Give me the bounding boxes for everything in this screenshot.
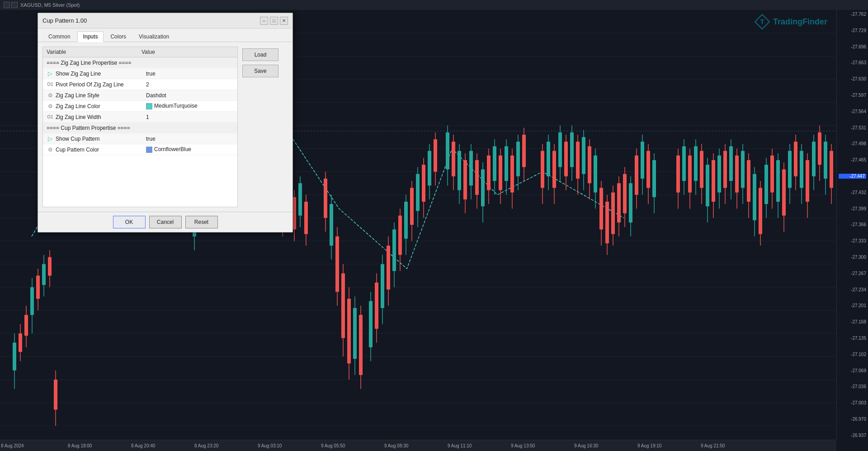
row-value: 1 <box>146 114 234 120</box>
table-row: ==== Zig Zag Line Propertise ==== <box>43 57 237 68</box>
table-row[interactable]: ⚙ Zig Zag Line Color MediumTurquoise <box>43 101 237 112</box>
tab-inputs[interactable]: Inputs <box>77 31 104 42</box>
table-row[interactable]: O1 Pivot Period Of Zig Zag Line 2 <box>43 79 237 90</box>
row-variable: Pivot Period Of Zig Zag Line <box>56 81 146 88</box>
dialog-title-text: Cup Pattern 1.00 <box>42 17 87 24</box>
col-header-value: Value <box>142 49 234 55</box>
row-value: Dashdot <box>146 92 234 99</box>
modal-overlay: Cup Pattern 1.00 – □ ✕ Common Inputs Col… <box>0 0 868 451</box>
pivot-icon: O1 <box>47 81 54 88</box>
row-value: true <box>146 71 234 77</box>
close-button[interactable]: ✕ <box>280 17 288 25</box>
settings-icon: ⚙ <box>47 92 54 99</box>
minimize-button[interactable]: – <box>260 17 268 25</box>
tab-visualization[interactable]: Visualization <box>133 31 175 42</box>
table-body: ==== Zig Zag Line Propertise ==== ▷ Show… <box>43 57 237 205</box>
row-variable: Cup Pattern Color <box>56 147 146 153</box>
table-row[interactable]: ▷ Show Cup Pattern true <box>43 133 237 144</box>
settings-icon: ⚙ <box>47 146 54 153</box>
row-variable: Zig Zag Line Width <box>56 114 146 120</box>
color-swatch-turquoise <box>146 103 152 109</box>
arrow-icon: ▷ <box>47 135 54 142</box>
reset-button[interactable]: Reset <box>185 216 218 228</box>
dialog-titlebar: Cup Pattern 1.00 – □ ✕ <box>38 13 292 28</box>
row-variable: Zig Zag Line Style <box>56 92 146 99</box>
row-variable: Show Cup Pattern <box>56 136 146 142</box>
ok-button[interactable]: OK <box>113 216 146 228</box>
table-header: Variable Value <box>43 47 237 57</box>
arrow-icon: ▷ <box>47 70 54 77</box>
row-variable: Show Zig Zag Line <box>56 71 146 77</box>
tab-colors[interactable]: Colors <box>104 31 132 42</box>
row-value: MediumTurquoise <box>146 103 234 109</box>
pivot-icon: O1 <box>47 114 54 121</box>
table-row[interactable]: O1 Zig Zag Line Width 1 <box>43 112 237 123</box>
table-row[interactable]: ⚙ Cup Pattern Color CornflowerBlue <box>43 144 237 155</box>
settings-icon: ⚙ <box>47 103 54 110</box>
col-header-variable: Variable <box>47 49 142 55</box>
row-value: CornflowerBlue <box>146 146 234 153</box>
table-row[interactable]: ⚙ Zig Zag Line Style Dashdot <box>43 90 237 101</box>
dialog-title-controls: – □ ✕ <box>260 17 288 25</box>
tab-common[interactable]: Common <box>42 31 76 42</box>
inputs-table: Variable Value ==== Zig Zag Line Propert… <box>42 47 238 207</box>
row-value: true <box>146 136 234 142</box>
dialog: Cup Pattern 1.00 – □ ✕ Common Inputs Col… <box>38 13 293 233</box>
load-save-panel: Load Save <box>242 47 278 207</box>
dialog-body: Variable Value ==== Zig Zag Line Propert… <box>38 42 292 212</box>
table-row: ==== Cup Pattern Propertise ==== <box>43 123 237 133</box>
maximize-button[interactable]: □ <box>270 17 278 25</box>
load-button[interactable]: Load <box>242 48 278 61</box>
cancel-button[interactable]: Cancel <box>149 216 182 228</box>
row-variable: Zig Zag Line Color <box>56 103 146 109</box>
table-row[interactable]: ▷ Show Zig Zag Line true <box>43 68 237 79</box>
row-variable: ==== Cup Pattern Propertise ==== <box>47 125 137 131</box>
color-swatch-cornflower <box>146 147 152 153</box>
dialog-footer: OK Cancel Reset <box>38 212 292 232</box>
row-value: 2 <box>146 81 234 88</box>
save-button[interactable]: Save <box>242 65 278 77</box>
row-variable: ==== Zig Zag Line Propertise ==== <box>47 60 137 66</box>
tabs-bar: Common Inputs Colors Visualization <box>38 28 292 42</box>
